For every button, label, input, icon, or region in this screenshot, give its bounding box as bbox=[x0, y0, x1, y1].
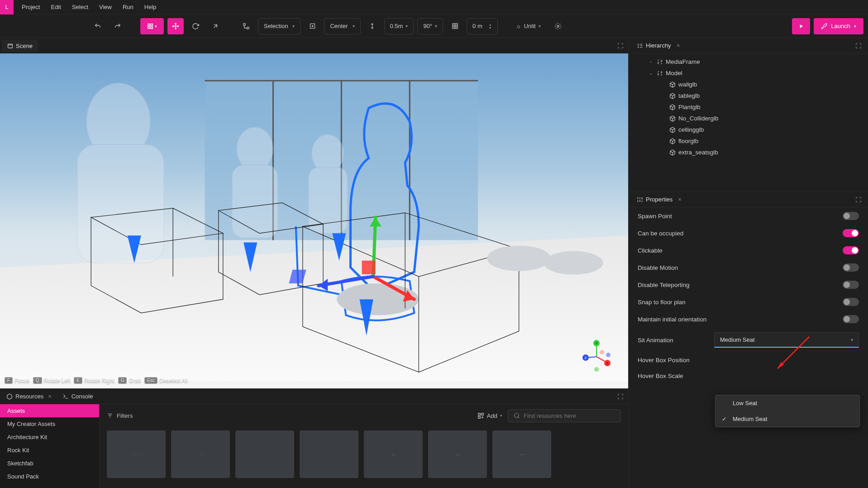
hierarchy-item-label: tableglb bbox=[678, 92, 700, 99]
asset-thumbnail[interactable]: ◦ ◦ ◦ bbox=[171, 431, 230, 478]
hierarchy-item[interactable]: ⌄Model bbox=[629, 67, 868, 79]
hierarchy-item[interactable]: wallglb bbox=[629, 79, 868, 90]
snap-distance-dropdown[interactable]: 0.5m ▾ bbox=[384, 18, 414, 34]
settings-button[interactable] bbox=[550, 18, 566, 34]
expand-panel-button[interactable] bbox=[615, 391, 626, 402]
hierarchy-item[interactable]: cellingglb bbox=[629, 124, 868, 135]
option-label: Medium Seat bbox=[733, 416, 768, 422]
expand-chevron-icon[interactable]: › bbox=[648, 59, 654, 64]
rotate-tool-button[interactable] bbox=[187, 18, 204, 34]
properties-title: Properties bbox=[646, 196, 672, 203]
close-icon[interactable]: × bbox=[677, 42, 680, 49]
expand-panel-button[interactable] bbox=[853, 194, 864, 206]
snap-distance-value: 0.5m bbox=[390, 23, 403, 29]
grid-toggle-button[interactable] bbox=[447, 18, 463, 34]
console-tab[interactable]: Console bbox=[58, 390, 98, 402]
hierarchy-tab[interactable]: Hierarchy × bbox=[632, 40, 684, 51]
pivot-dropdown[interactable]: Center ▾ bbox=[324, 18, 360, 34]
menu-view[interactable]: View bbox=[94, 0, 117, 14]
asset-thumbnail[interactable]: · · bbox=[235, 431, 294, 478]
property-toggle[interactable] bbox=[843, 315, 859, 323]
dropdown-option[interactable]: Low Seat bbox=[715, 395, 859, 411]
menu-run[interactable]: Run bbox=[117, 0, 139, 14]
resources-category-item[interactable]: Architecture Kit bbox=[0, 431, 99, 444]
hierarchy-item-label: Plantglb bbox=[678, 104, 701, 110]
filters-button[interactable]: Filters bbox=[107, 412, 133, 419]
property-toggle[interactable] bbox=[843, 229, 859, 237]
resources-category-item[interactable]: Sketchfab bbox=[0, 457, 99, 470]
asset-thumbnail[interactable]: · bbox=[300, 431, 358, 478]
hierarchy-item-label: Model bbox=[666, 70, 682, 77]
menu-edit[interactable]: Edit bbox=[45, 0, 66, 14]
lighting-dropdown[interactable]: ☼ Unlit ▾ bbox=[510, 18, 546, 34]
viewport-hint: FFocus bbox=[5, 377, 29, 384]
menu-select[interactable]: Select bbox=[67, 0, 94, 14]
menu-project[interactable]: Project bbox=[16, 0, 45, 14]
resources-category-item[interactable]: Sound Pack bbox=[0, 470, 99, 483]
selection-mode-dropdown[interactable]: Selection ▾ bbox=[258, 18, 300, 34]
close-icon[interactable]: × bbox=[48, 393, 52, 400]
play-button[interactable] bbox=[792, 18, 810, 34]
undo-button[interactable] bbox=[90, 18, 106, 34]
property-toggle[interactable] bbox=[843, 298, 859, 306]
expand-panel-button[interactable] bbox=[853, 40, 864, 52]
hierarchy-item[interactable]: tableglb bbox=[629, 90, 868, 101]
hierarchy-item[interactable]: floorglb bbox=[629, 135, 868, 147]
property-toggle[interactable] bbox=[843, 212, 859, 220]
stepper-down-icon[interactable]: ▼ bbox=[489, 26, 492, 29]
search-icon bbox=[514, 412, 520, 419]
redo-button[interactable] bbox=[110, 18, 126, 34]
resources-category-item[interactable]: Rock Kit bbox=[0, 444, 99, 457]
hint-label: Deselect All bbox=[159, 378, 188, 384]
snap-angle-dropdown[interactable]: 90° ▾ bbox=[417, 18, 443, 34]
property-label: Clickable bbox=[638, 247, 837, 254]
cube-icon bbox=[669, 149, 676, 156]
launch-button[interactable]: Launch ▾ bbox=[814, 18, 863, 34]
asset-thumbnail[interactable]: ▭ bbox=[428, 431, 487, 478]
properties-tab[interactable]: Properties × bbox=[632, 194, 686, 205]
snap-vertical-button[interactable] bbox=[364, 18, 381, 34]
frame-button[interactable] bbox=[304, 18, 320, 34]
search-input[interactable] bbox=[524, 412, 615, 419]
hierarchy-item[interactable]: Plantglb bbox=[629, 101, 868, 113]
property-toggle[interactable] bbox=[843, 263, 859, 272]
move-tool-button[interactable] bbox=[167, 18, 184, 34]
scale-tool-button[interactable] bbox=[207, 18, 224, 34]
filters-label: Filters bbox=[117, 412, 133, 419]
asset-thumbnail[interactable]: ▭ bbox=[364, 431, 423, 478]
property-toggle[interactable] bbox=[843, 246, 859, 254]
hierarchy-item[interactable]: extra_seatsglb bbox=[629, 147, 868, 158]
stepper-up-icon[interactable]: ▲ bbox=[489, 23, 492, 26]
grid-mode-button[interactable]: ▾ bbox=[140, 18, 164, 34]
asset-thumbnail[interactable]: ◦ ◦ ◦ ◦ bbox=[107, 431, 166, 478]
scene-tab-bar: Scene bbox=[0, 38, 628, 53]
svg-rect-5 bbox=[247, 27, 249, 29]
cube-icon bbox=[669, 81, 676, 88]
menu-help[interactable]: Help bbox=[139, 0, 162, 14]
viewport-3d[interactable]: Y X Z FFocusQRotate LeftERotate RightGGr… bbox=[0, 53, 628, 388]
resources-tab[interactable]: Resources × bbox=[2, 390, 56, 402]
resources-category-item[interactable]: Assets bbox=[0, 404, 99, 417]
sit-animation-label: Sit Animation bbox=[638, 337, 709, 344]
hierarchy-tool-button[interactable] bbox=[238, 18, 254, 34]
expand-chevron-icon[interactable]: ⌄ bbox=[648, 71, 654, 76]
add-button[interactable]: Add ▾ bbox=[477, 412, 502, 419]
expand-panel-button[interactable] bbox=[615, 40, 626, 52]
svg-rect-2 bbox=[148, 27, 150, 29]
sit-animation-dropdown[interactable]: Medium Seat ▾ bbox=[714, 332, 859, 348]
resources-category-item[interactable]: My Creator Assets bbox=[0, 417, 99, 431]
hierarchy-item[interactable]: No_Colliderglb bbox=[629, 113, 868, 124]
scene-tab[interactable]: Scene bbox=[2, 40, 38, 52]
grid-size-value: 0 m bbox=[472, 23, 482, 29]
hint-label: Focus bbox=[14, 378, 29, 384]
dropdown-option[interactable]: ✓Medium Seat bbox=[715, 411, 859, 427]
hierarchy-item[interactable]: ›MediaFrame bbox=[629, 56, 868, 67]
svg-rect-20 bbox=[232, 165, 278, 238]
property-toggle[interactable] bbox=[843, 281, 859, 289]
close-icon[interactable]: × bbox=[678, 196, 682, 203]
asset-thumbnail[interactable]: ▫▫▫ bbox=[492, 431, 551, 478]
property-row: Maintain initial orientation bbox=[629, 311, 868, 328]
property-row: Clickable bbox=[629, 242, 868, 259]
grid-size-stepper[interactable]: 0 m ▲▼ bbox=[467, 18, 498, 34]
axis-gizmo[interactable]: Y X Z bbox=[578, 339, 615, 375]
